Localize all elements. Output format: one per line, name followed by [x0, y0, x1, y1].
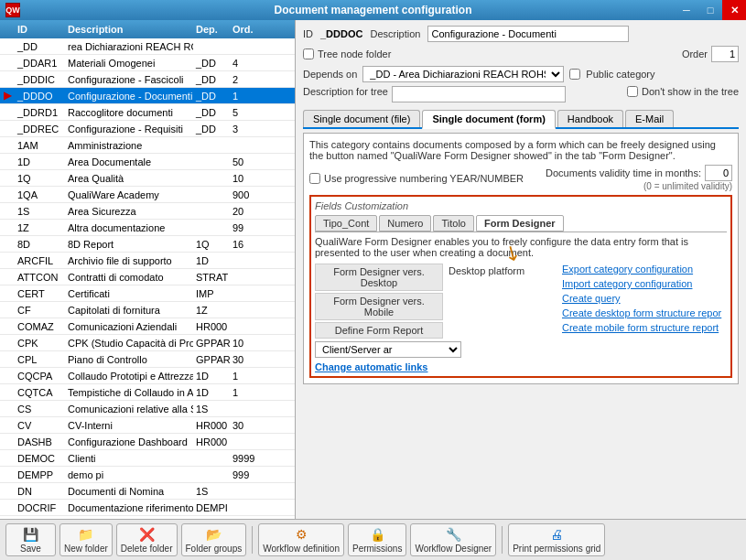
row-dep: 1S: [193, 404, 230, 415]
row-description: Amministrazione: [65, 140, 193, 151]
create-mobile-form-link[interactable]: Create mobile form structure report: [562, 322, 727, 333]
dont-show-checkbox[interactable]: [627, 86, 638, 97]
row-dep: HR000: [193, 436, 230, 447]
change-automatic-links-button[interactable]: Change automatic links: [315, 361, 427, 372]
app-icon: QW: [5, 3, 20, 17]
inner-tab-tipo-cont[interactable]: Tipo_Cont: [315, 215, 377, 232]
row-id: _DDAR1: [15, 58, 65, 69]
folder-groups-button[interactable]: 📂 Folder groups: [181, 523, 247, 556]
table-row[interactable]: COMAZComunicazioni AziendaliHR000: [0, 318, 295, 335]
folder-groups-icon: 📂: [206, 527, 222, 542]
row-description: Collaudo Prototipi e Attrezzatu: [65, 371, 193, 382]
row-description: Configurazione - Documenti: [65, 91, 193, 102]
row-dep: _DD: [193, 107, 230, 118]
row-dep: IMP: [193, 288, 230, 299]
client-server-dropdown[interactable]: Client/Server ar: [315, 341, 461, 358]
validity-input[interactable]: [705, 165, 732, 181]
public-category-checkbox[interactable]: [569, 69, 580, 80]
row-dep: _DD: [193, 74, 230, 85]
description-input[interactable]: [427, 26, 629, 42]
table-row[interactable]: CPKCPK (Studio Capacità di ProcessGPPAR1…: [0, 335, 295, 351]
table-body[interactable]: _DDrea Dichiarazioni REACH ROHS_DDAR1Mat…: [0, 38, 295, 519]
table-row[interactable]: CPLPiano di ControlloGPPAR30: [0, 351, 295, 368]
table-row[interactable]: _DDrea Dichiarazioni REACH ROHS: [0, 38, 295, 55]
table-row[interactable]: _DDDICConfigurazione - Fascicoli_DD2: [0, 71, 295, 88]
table-row[interactable]: CSComunicazioni relative alla Sicu1S: [0, 401, 295, 417]
new-folder-button[interactable]: 📁 New folder: [59, 523, 113, 556]
delete-folder-button[interactable]: ❌ Delete folder: [116, 523, 178, 556]
minimize-button[interactable]: ─: [675, 0, 698, 20]
maximize-button[interactable]: □: [698, 0, 722, 20]
table-row[interactable]: ATTCONContratti di comodatoSTRAT: [0, 269, 295, 285]
tab-handbook[interactable]: Handbook: [557, 110, 623, 127]
import-category-link[interactable]: Import category configuration: [562, 278, 727, 289]
tab-single-file[interactable]: Single document (file): [303, 110, 420, 127]
id-description-row: ID _DDDOC Description: [303, 26, 739, 42]
row-ord: 20: [230, 206, 266, 217]
tab-single-form[interactable]: Single document (form): [422, 110, 555, 129]
row-dep: 1D: [193, 371, 230, 382]
export-category-link[interactable]: Export category configuration: [562, 264, 727, 275]
save-button[interactable]: 💾 Save: [5, 523, 56, 556]
form-row-1-label: Form Designer vers. Desktop: [315, 264, 443, 291]
delete-folder-label: Delete folder: [121, 544, 173, 554]
table-row[interactable]: 1SArea Sicurezza20: [0, 203, 295, 220]
row-id: _DDRD1: [15, 107, 65, 118]
row-dep: _DD: [193, 124, 230, 135]
form-row-3-label: Define Form Report: [315, 322, 443, 339]
row-description: QualiWare Academy: [65, 189, 193, 200]
table-row[interactable]: _DDAR1Materiali Omogenei_DD4: [0, 55, 295, 71]
form-row-1-value: Desktop platform: [445, 264, 555, 291]
table-row[interactable]: 1QAQualiWare Academy900: [0, 187, 295, 203]
order-input[interactable]: [711, 46, 739, 62]
table-row[interactable]: DNDocumenti di Nomina1S: [0, 483, 295, 500]
row-id: 1Q: [15, 173, 65, 184]
table-row[interactable]: CQTCATempistiche di Collaudo in Acce1D1: [0, 384, 295, 401]
row-description: Documentazione riferimento: [65, 502, 193, 513]
row-description: CPK (Studio Capacità di Process: [65, 338, 193, 349]
table-row[interactable]: ▶_DDDOConfigurazione - Documenti_DD1: [0, 88, 295, 104]
row-ord: 10: [230, 173, 266, 184]
inner-tab-numero[interactable]: Numero: [379, 215, 431, 232]
tab-email[interactable]: E-Mail: [625, 110, 674, 127]
table-row[interactable]: 1DArea Documentale50: [0, 154, 295, 170]
row-dep: STRAT: [193, 272, 230, 283]
table-row[interactable]: ARCFILArchivio file di supporto1D: [0, 253, 295, 269]
table-row[interactable]: DEMOCClienti9999: [0, 450, 295, 467]
table-row[interactable]: _DDRECConfigurazione - Requisiti_DD3: [0, 121, 295, 137]
workflow-def-icon: ⚙: [296, 527, 308, 542]
inner-tab-form-designer[interactable]: Form Designer: [476, 215, 564, 232]
workflow-definition-button[interactable]: ⚙ Workflow definition: [258, 523, 344, 556]
table-row[interactable]: 1AMAmministrazione: [0, 137, 295, 154]
close-button[interactable]: ✕: [722, 0, 746, 20]
row-ord: 5: [230, 107, 266, 118]
create-query-link[interactable]: Create query: [562, 293, 727, 304]
create-desktop-form-link[interactable]: Create desktop form structure repor: [562, 307, 727, 318]
row-description: Certificati: [65, 288, 193, 299]
table-row[interactable]: CVCV-InterniHR00030: [0, 417, 295, 434]
table-row[interactable]: CERTCertificatiIMP: [0, 285, 295, 302]
table-row[interactable]: CQCPACollaudo Prototipi e Attrezzatu1D1: [0, 368, 295, 384]
print-permissions-button[interactable]: 🖨 Print permissions grid: [508, 523, 605, 556]
row-ord: 999: [230, 469, 266, 480]
table-row[interactable]: 1ZAltra documentazione99: [0, 220, 295, 236]
table-row[interactable]: DASHBConfigurazione DashboardHR000: [0, 434, 295, 450]
row-ord: 4: [230, 58, 266, 69]
workflow-designer-button[interactable]: 🔧 Workflow Designer: [410, 523, 496, 556]
row-description: rea Dichiarazioni REACH ROHS: [65, 41, 193, 52]
inner-tab-titolo[interactable]: Titolo: [433, 215, 474, 232]
table-row[interactable]: 1QArea Qualità10: [0, 170, 295, 187]
table-row[interactable]: 8D8D Report1Q16: [0, 236, 295, 253]
table-row[interactable]: DEMPPdemo pi999: [0, 467, 295, 483]
description-for-tree-input[interactable]: [392, 86, 566, 102]
tab-content-area: This category contains documents compose…: [303, 133, 739, 384]
progressive-numbering-checkbox[interactable]: [309, 173, 320, 184]
depends-on-dropdown[interactable]: _DD - Area Dichiarazioni REACH ROHS: [362, 66, 564, 82]
table-row[interactable]: CFCapitolati di fornitura1Z: [0, 302, 295, 318]
table-row[interactable]: _DDRD1Raccoglitore documenti_DD5: [0, 104, 295, 121]
tree-node-folder-checkbox[interactable]: [303, 48, 314, 59]
table-row[interactable]: DOCRIFDocumentazione riferimentoDEMPI: [0, 500, 295, 516]
workflow-def-label: Workflow definition: [263, 544, 340, 554]
row-id: 1Z: [15, 222, 65, 233]
permissions-button[interactable]: 🔒 Permissions: [348, 523, 406, 556]
